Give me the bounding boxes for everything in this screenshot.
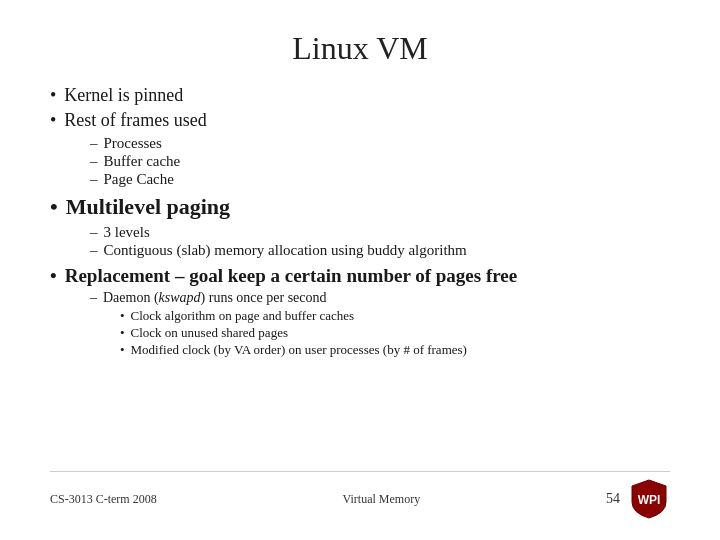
- sub-3levels-text: 3 levels: [104, 224, 150, 241]
- bullet-multilevel: • Multilevel paging: [50, 194, 670, 220]
- bullet-symbol-2: •: [50, 110, 56, 131]
- sub-buffer-cache: – Buffer cache: [90, 153, 670, 170]
- wpi-logo-icon: WPI: [628, 478, 670, 520]
- sub-contiguous-text: Contiguous (slab) memory allocation usin…: [104, 242, 467, 259]
- sub-buffer-cache-text: Buffer cache: [104, 153, 181, 170]
- sub-daemon-text: Daemon (kswapd) runs once per second: [103, 290, 327, 306]
- footer-course: CS-3013 C-term 2008: [50, 492, 157, 507]
- bullet-symbol-3: •: [50, 194, 58, 220]
- bullet-kernel: • Kernel is pinned: [50, 85, 670, 106]
- slide-footer: CS-3013 C-term 2008 Virtual Memory 54 WP…: [50, 471, 670, 520]
- bullet-symbol-4: •: [50, 265, 57, 287]
- nested-modified-clock-text: Modified clock (by VA order) on user pro…: [131, 342, 467, 358]
- footer-topic: Virtual Memory: [343, 492, 421, 507]
- footer-right: 54 WPI: [606, 478, 670, 520]
- slide-title: Linux VM: [50, 30, 670, 67]
- sub-page-cache-text: Page Cache: [104, 171, 174, 188]
- sub-3levels: – 3 levels: [90, 224, 670, 241]
- daemon-nested: • Clock algorithm on page and buffer cac…: [120, 308, 670, 358]
- bullet-multilevel-text: Multilevel paging: [66, 194, 230, 220]
- bullet-replacement-text: Replacement – goal keep a certain number…: [65, 265, 518, 287]
- sub-processes-text: Processes: [104, 135, 162, 152]
- bullet-kernel-text: Kernel is pinned: [64, 85, 183, 106]
- sub-contiguous: – Contiguous (slab) memory allocation us…: [90, 242, 670, 259]
- nested-clock-unused: • Clock on unused shared pages: [120, 325, 670, 341]
- nested-clock-page: • Clock algorithm on page and buffer cac…: [120, 308, 670, 324]
- nested-modified-clock: • Modified clock (by VA order) on user p…: [120, 342, 670, 358]
- slide-content: • Kernel is pinned • Rest of frames used…: [50, 85, 670, 471]
- kswapd-text: kswapd: [159, 290, 201, 305]
- bullet-frames-text: Rest of frames used: [64, 110, 206, 131]
- frames-sublist: – Processes – Buffer cache – Page Cache: [90, 135, 670, 188]
- replacement-sublist: – Daemon (kswapd) runs once per second •…: [90, 290, 670, 358]
- multilevel-sublist: – 3 levels – Contiguous (slab) memory al…: [90, 224, 670, 259]
- nested-clock-page-text: Clock algorithm on page and buffer cache…: [131, 308, 355, 324]
- sub-daemon: – Daemon (kswapd) runs once per second: [90, 290, 670, 306]
- bullet-frames: • Rest of frames used: [50, 110, 670, 131]
- bullet-replacement: • Replacement – goal keep a certain numb…: [50, 265, 670, 287]
- bullet-symbol-1: •: [50, 85, 56, 106]
- sub-page-cache: – Page Cache: [90, 171, 670, 188]
- sub-processes: – Processes: [90, 135, 670, 152]
- slide: Linux VM • Kernel is pinned • Rest of fr…: [0, 0, 720, 540]
- nested-clock-unused-text: Clock on unused shared pages: [131, 325, 288, 341]
- svg-text:WPI: WPI: [638, 493, 661, 507]
- page-number: 54: [606, 491, 620, 507]
